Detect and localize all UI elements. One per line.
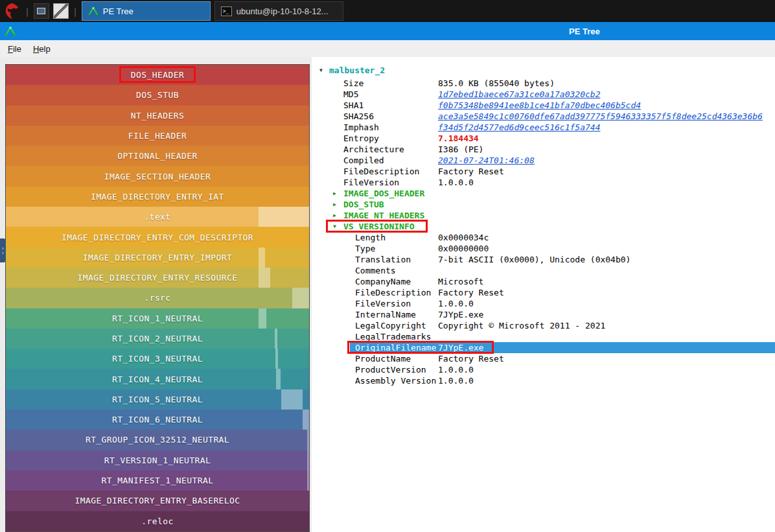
tree-row-length[interactable]: Length0x0000034c [316,232,775,243]
map-region-optional-header[interactable]: OPTIONAL_HEADER [6,146,309,166]
tree-row-productversion[interactable]: ProductVersion1.0.0.0 [316,364,775,375]
map-region-image-directory-entry-import[interactable]: IMAGE_DIRECTORY_ENTRY_IMPORT [6,248,309,268]
map-region-rt-version-1-neutral[interactable]: RT_VERSION_1_NEUTRAL [6,450,309,470]
tree-value: 7JYpE.exe [438,309,483,320]
tree-row-image-nt-headers[interactable]: ▶IMAGE_NT_HEADERS [316,210,775,221]
window-title: PE Tree [569,27,600,36]
map-region-label: RT_GROUP_ICON_32512_NEUTRAL [86,435,229,445]
tree-value: 0x0000034c [438,232,489,243]
tree-label: Compiled [343,155,384,166]
map-region-nt-headers[interactable]: NT_HEADERS [6,106,309,126]
tree-row-sha1[interactable]: SHA1f0b75348be8941ee8b1ce41bfa70dbec406b… [316,100,775,111]
map-region-image-section-header[interactable]: IMAGE_SECTION_HEADER [6,166,309,186]
tree-row-sha256[interactable]: SHA256ace3a5e5849c1c00760dfe67add397775f… [316,111,775,122]
tree-row-fileversion[interactable]: FileVersion1.0.0.0 [316,177,775,188]
tree-value: 7JYpE.exe [438,342,483,353]
map-region-reloc[interactable]: .reloc [6,511,309,531]
tree-row-image-dos-header[interactable]: ▶IMAGE_DOS_HEADER [316,188,775,199]
map-region-label: IMAGE_DIRECTORY_ENTRY_IMPORT [83,253,232,262]
region-extent [307,450,309,470]
map-region-image-directory-entry-basereloc[interactable]: IMAGE_DIRECTORY_ENTRY_BASERELOC [6,491,309,511]
screenshot-tool-icon[interactable] [34,3,49,19]
tree-value[interactable]: f34d5f2d4577ed6d9ceec516c1f5a744 [438,122,600,133]
tree-row-malbuster-2[interactable]: ▼malbuster_2 [316,65,775,78]
tree-row-entropy[interactable]: Entropy7.184434 [316,133,775,144]
map-region-rt-icon-6-neutral[interactable]: RT_ICON_6_NEUTRAL [6,410,309,430]
map-region-rt-manifest-1-neutral[interactable]: RT_MANIFEST_1_NEUTRAL [6,470,309,491]
tree-row-filedescription[interactable]: FileDescriptionFactory Reset [316,287,775,298]
tree-row-size[interactable]: Size835.0 KB (855040 bytes) [316,78,775,89]
taskbar: | | PE Tree >_ ubuntu@ip-10-10-8-12... [0,0,775,22]
dock-handle[interactable]: ›› [0,238,6,262]
map-region-rt-icon-5-neutral[interactable]: RT_ICON_5_NEUTRAL [6,389,309,410]
tree-label: Comments [355,265,396,276]
window-titlebar[interactable]: PE Tree [0,22,775,40]
tree-row-productname[interactable]: ProductNameFactory Reset [316,353,775,364]
tree-row-translation[interactable]: Translation7-bit ASCII (0x0000), Unicode… [316,254,775,265]
tree-row-internalname[interactable]: InternalName7JYpE.exe [316,309,775,320]
tree-row-companyname[interactable]: CompanyNameMicrosoft [316,276,775,287]
tree-label: IMAGE_DOS_HEADER [343,188,424,199]
terminal-icon: >_ [221,6,232,16]
tree-row-assembly-version[interactable]: Assembly Version1.0.0.0 [316,375,775,386]
map-region-rt-icon-2-neutral[interactable]: RT_ICON_2_NEUTRAL [6,329,309,349]
map-region-label: IMAGE_DIRECTORY_ENTRY_COM_DESCRIPTOR [62,233,253,242]
collapse-arrow-icon[interactable]: ▼ [319,65,323,76]
menu-file[interactable]: File [2,42,27,56]
map-region-dos-stub[interactable]: DOS_STUB [6,85,309,105]
map-region-file-header[interactable]: FILE_HEADER [6,126,309,146]
tree-value[interactable]: 2021-07-24T01:46:08 [438,155,535,166]
tree-label: Architecture [343,144,404,155]
tree-row-compiled[interactable]: Compiled2021-07-24T01:46:08 [316,155,775,166]
tree-row-dos-stub[interactable]: ▶DOS_STUB [316,199,775,210]
tree-value: 1.0.0.0 [438,364,474,375]
tree-value: I386 (PE) [438,144,483,155]
expand-arrow-icon[interactable]: ▶ [333,199,336,210]
expand-arrow-icon[interactable]: ▶ [333,210,336,221]
taskbar-window-pe-tree[interactable]: PE Tree [82,1,211,21]
tree-row-comments[interactable]: Comments [316,265,775,276]
map-region-label: RT_ICON_5_NEUTRAL [112,395,203,404]
map-region-text[interactable]: .text [6,207,309,227]
tree-row-legaltrademarks[interactable]: LegalTrademarks [316,331,775,342]
tree-label: LegalTrademarks [355,331,431,342]
menu-help[interactable]: Help [27,42,56,56]
tree-row-fileversion[interactable]: FileVersion1.0.0.0 [316,298,775,309]
tree-row-legalcopyright[interactable]: LegalCopyrightCopyright © Microsoft 2011… [316,320,775,331]
app-launcher-logo-icon[interactable] [3,2,21,20]
tree-value[interactable]: ace3a5e5849c1c00760dfe67add397775f594633… [438,111,763,122]
map-region-dos-header[interactable]: DOS_HEADER [6,65,309,85]
map-region-image-directory-entry-resource[interactable]: IMAGE_DIRECTORY_ENTRY_RESOURCE [6,268,309,288]
expand-arrow-icon[interactable]: ▶ [333,188,336,199]
tree-label: Type [355,243,375,254]
map-region-image-directory-entry-com-descriptor[interactable]: IMAGE_DIRECTORY_ENTRY_COM_DESCRIPTOR [6,227,309,247]
tree-row-type[interactable]: Type0x00000000 [316,243,775,254]
text-editor-icon[interactable] [53,3,69,19]
tree-value[interactable]: 1d7ebed1baece67a31ce0a17a0320cb2 [438,89,600,100]
menubar: FileHelp [0,40,775,57]
collapse-arrow-icon[interactable]: ▼ [333,221,336,232]
map-region-rt-group-icon-32512-neutral[interactable]: RT_GROUP_ICON_32512_NEUTRAL [6,430,309,450]
region-extent [259,308,266,329]
tree-row-architecture[interactable]: ArchitectureI386 (PE) [316,144,775,155]
map-region-rt-icon-1-neutral[interactable]: RT_ICON_1_NEUTRAL [6,308,309,329]
tree-label: Size [343,78,364,89]
map-region-rt-icon-3-neutral[interactable]: RT_ICON_3_NEUTRAL [6,349,309,369]
region-extent [275,329,277,349]
tree-row-imphash[interactable]: Imphashf34d5f2d4577ed6d9ceec516c1f5a744 [316,122,775,133]
map-region-label: IMAGE_DIRECTORY_ENTRY_RESOURCE [78,273,238,283]
tree-row-md5[interactable]: MD51d7ebed1baece67a31ce0a17a0320cb2 [316,89,775,100]
map-region-image-directory-entry-iat[interactable]: IMAGE_DIRECTORY_ENTRY_IAT [6,187,309,207]
tree: ▼malbuster_2Size835.0 KB (855040 bytes)M… [316,57,775,386]
map-region-label: RT_MANIFEST_1_NEUTRAL [102,476,214,485]
tree-value: 1.0.0.0 [438,298,474,309]
map-region-rsrc[interactable]: .rsrc [6,288,309,308]
tree-label: FileVersion [355,298,411,309]
tree-row-vs-versioninfo[interactable]: ▼VS_VERSIONINFO [316,221,775,232]
map-region-label: RT_ICON_1_NEUTRAL [112,314,203,323]
tree-row-originalfilename[interactable]: OriginalFilename7JYpE.exe [316,342,775,353]
taskbar-window-terminal[interactable]: >_ ubuntu@ip-10-10-8-12... [214,1,343,21]
tree-row-filedescription[interactable]: FileDescriptionFactory Reset [316,166,775,177]
tree-value[interactable]: f0b75348be8941ee8b1ce41bfa70dbec406b5cd4 [438,100,641,111]
map-region-rt-icon-4-neutral[interactable]: RT_ICON_4_NEUTRAL [6,369,309,389]
